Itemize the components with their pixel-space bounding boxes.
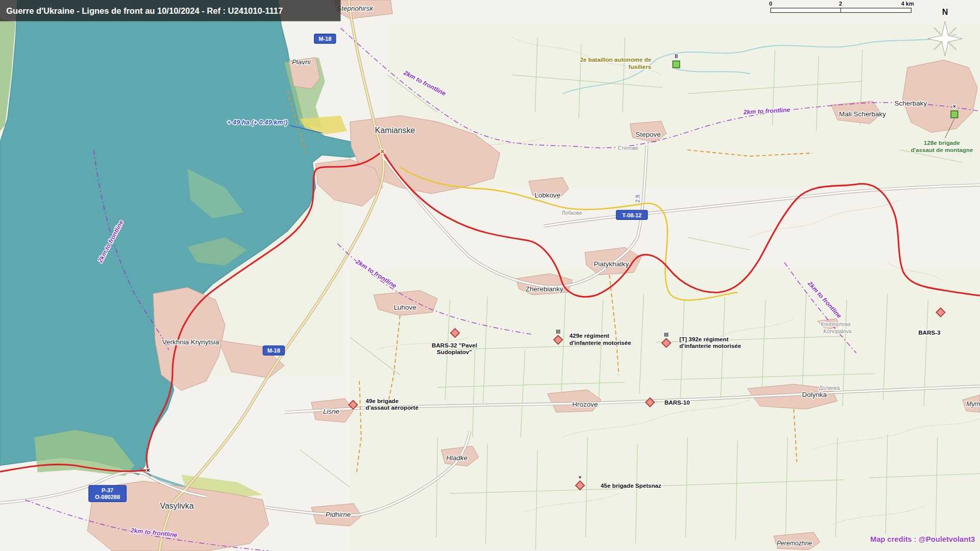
unit-label: 45e brigade Spetsnaz — [601, 482, 662, 489]
road-badge-label: T-08-12 — [622, 212, 642, 218]
unit-label: BARS-3 — [918, 329, 941, 336]
place-label: Dolynka — [802, 391, 827, 398]
unit-echelon: × — [953, 104, 956, 109]
cross-mark: × — [380, 147, 385, 156]
unit-label: BARS-32 "Pavel — [432, 342, 477, 348]
unit-echelon: × — [578, 474, 581, 480]
road-badge: M-18 — [314, 34, 336, 43]
secondary-place-label: Степове — [618, 145, 639, 151]
area-gain-annotation: + 49 ha (+ 0.49 km²) — [227, 118, 288, 126]
secondary-place-label: Лобкове — [561, 210, 582, 216]
road-badge: M-18 — [263, 346, 284, 355]
scale-label-2: 2 — [839, 1, 842, 7]
place-label: Lobkove — [534, 191, 560, 199]
unit-label: 128e brigade — [924, 139, 961, 146]
road-badge-label: M-18 — [318, 36, 331, 42]
unit-label: fusiliers — [628, 63, 651, 70]
unit-echelon: II — [675, 54, 678, 59]
unit-label: 49e brigade — [365, 397, 399, 404]
place-label: Peremozhne — [777, 540, 813, 547]
friendly-unit-icon — [951, 111, 958, 117]
unit-label: 2e bataillon autonome de — [580, 56, 651, 63]
place-label: Myrne — [966, 400, 980, 408]
unit-echelon: III — [556, 329, 560, 335]
map-canvas: M-18M-18T-08-12P-37O-080288 СтеповеЛобко… — [0, 0, 980, 551]
place-label: Hrozove — [572, 400, 598, 408]
road-distance-annotation: 2.8 — [634, 195, 641, 203]
place-label: Kamianske — [375, 126, 415, 135]
secondary-place-label: Долинка — [819, 385, 840, 391]
place-label: Luhove — [394, 304, 416, 311]
place-label: Verkhnia Krynytsia — [162, 338, 219, 346]
place-label: Piatykhatky — [594, 260, 629, 268]
unit-label: BARS-10 — [665, 399, 690, 406]
place-label: Pidhirne — [326, 511, 351, 518]
unit-label: d'infanterie motorisée — [570, 339, 632, 346]
road-badge-label: M-18 — [267, 347, 280, 354]
unit-echelon: III — [664, 332, 669, 338]
page-title: Guerre d'Ukraine - Lignes de front au 10… — [6, 6, 283, 16]
place-label: Stepove — [635, 131, 660, 138]
place-label: Vasylivka — [160, 502, 194, 510]
friendly-unit-icon — [673, 61, 679, 67]
secondary-place-label: Konopalova — [823, 329, 851, 334]
place-label: Zherebianky — [526, 285, 564, 293]
place-label: Lisne — [323, 408, 339, 415]
road-badge-label: P-37 — [102, 487, 113, 493]
cross-mark: × — [146, 466, 150, 474]
compass-n-label: N — [942, 8, 948, 16]
road-badge: T-08-12 — [616, 210, 647, 219]
unit-label: 429e régiment — [570, 332, 609, 339]
secondary-place-label: Конопалова — [821, 321, 850, 327]
map-page: M-18M-18T-08-12P-37O-080288 СтеповеЛобко… — [0, 0, 980, 551]
place-label: Mali Scherbaky — [839, 110, 886, 118]
unit-label: d'infanterie motorisée — [679, 342, 742, 349]
road-badge: P-37O-080288 — [89, 485, 126, 502]
place-label: Hladke — [446, 454, 468, 462]
unit-label: Sudoplatov" — [437, 348, 472, 355]
place-label: Plavni — [292, 58, 311, 66]
place-label: Stepnohirsk — [337, 5, 374, 12]
unit-label: [T] 392e régiment — [679, 336, 728, 342]
unit-label: d'assaut de montagne — [911, 146, 973, 153]
scale-label-4km: 4 km — [901, 1, 914, 7]
map-credits: Map credits : @Pouletvolant3 — [870, 535, 975, 543]
title-bar: Guerre d'Ukraine - Lignes de front au 10… — [0, 0, 340, 21]
place-label: Scherbaky — [894, 99, 927, 107]
road-badge-label: O-080288 — [95, 494, 120, 500]
unit-label: d'assaut aéroporté — [365, 404, 419, 411]
scale-label-0: 0 — [769, 1, 772, 7]
